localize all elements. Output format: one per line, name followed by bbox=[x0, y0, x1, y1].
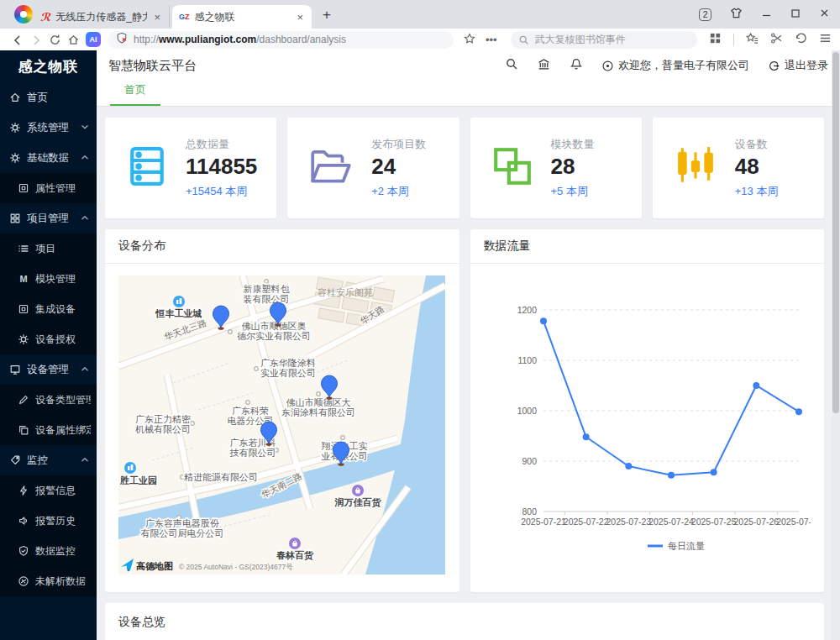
browser-search-box[interactable]: 武大复核图书馆事件 bbox=[511, 31, 697, 49]
tab1-close-icon[interactable]: × bbox=[152, 11, 162, 24]
map-poi-label: 佛山市顺德区大东润涂料有限公司 bbox=[281, 397, 355, 417]
page-scrollbar[interactable] bbox=[832, 50, 840, 640]
back-icon[interactable] bbox=[8, 32, 27, 47]
apps-grid-icon[interactable] bbox=[709, 32, 722, 48]
data-traffic-title: 数据流量 bbox=[470, 229, 825, 264]
svg-text:2025-07-25: 2025-07-25 bbox=[690, 517, 736, 527]
sidebar-item-项目管理[interactable]: 项目管理 bbox=[0, 203, 97, 233]
browser-tab-1[interactable]: ℛ 无线压力传感器_静力水准仪_ × bbox=[34, 5, 170, 29]
folder-icon bbox=[308, 145, 354, 191]
browser-tabstrip: ℛ 无线压力传感器_静力水准仪_ × GZ 感之物联 × + 2 bbox=[0, 0, 840, 29]
favorites-icon[interactable] bbox=[746, 32, 759, 48]
reload-icon[interactable] bbox=[45, 32, 64, 47]
sidebar-item-模块管理[interactable]: M 模块管理 bbox=[0, 264, 97, 294]
logout-icon bbox=[768, 60, 780, 72]
data-point[interactable] bbox=[668, 472, 675, 479]
sidebar-item-设备授权[interactable]: 设备授权 bbox=[0, 324, 97, 354]
map-area-label: 容桂安乐阁苑 bbox=[318, 287, 373, 297]
device-map[interactable]: 容桂安乐阁苑华天北三路华天路华天南二路新康塑料包装有限公司恒丰工业城佛山市顺德区… bbox=[118, 275, 445, 574]
square-icon bbox=[18, 182, 29, 194]
poi-dot bbox=[341, 436, 345, 440]
sidebar-item-报警历史[interactable]: 报警历史 bbox=[0, 506, 97, 536]
modules-icon bbox=[491, 145, 533, 191]
sidebar-item-属性管理[interactable]: 属性管理 bbox=[0, 173, 97, 203]
data-point[interactable] bbox=[625, 463, 632, 470]
data-point[interactable] bbox=[753, 382, 759, 389]
sidebar-item-设备管理[interactable]: 设备管理 bbox=[0, 354, 97, 385]
page-tabbar: 首页 bbox=[97, 81, 840, 107]
sidebar-item-未解析数据[interactable]: 未解析数据 bbox=[0, 566, 97, 596]
stat-label: 设备数 bbox=[735, 137, 779, 152]
sidebar-item-报警信息[interactable]: 报警信息 bbox=[0, 475, 97, 506]
home-icon[interactable] bbox=[64, 32, 82, 47]
more-options-icon[interactable]: ••• bbox=[486, 34, 497, 46]
data-point[interactable] bbox=[540, 317, 547, 324]
browser-tab-2-active[interactable]: GZ 感之物联 × bbox=[172, 5, 312, 29]
logout-button[interactable]: 退出登录 bbox=[768, 58, 828, 73]
map-poi-label: 润万佳百货 bbox=[334, 497, 382, 508]
sidebar-item-系统管理[interactable]: 系统管理 bbox=[0, 113, 97, 143]
data-point[interactable] bbox=[710, 469, 717, 475]
stat-delta: +13 本周 bbox=[735, 184, 779, 199]
stat-delta: +5 本周 bbox=[551, 184, 595, 199]
traffic-line bbox=[543, 321, 799, 475]
sidebar-item-项目[interactable]: 项目 bbox=[0, 233, 97, 264]
traffic-line-chart[interactable]: 8009001000110012002025-07-212025-07-2220… bbox=[484, 275, 811, 568]
sidebar-item-首页[interactable]: 首页 bbox=[0, 82, 97, 113]
chevron-up-icon bbox=[79, 151, 91, 165]
sidebar-item-设备属性绑定[interactable]: 设备属性绑定 bbox=[0, 415, 97, 445]
app-logo[interactable]: 感之物联 bbox=[0, 50, 97, 82]
candlestick-icon bbox=[674, 145, 717, 191]
insecure-shield-icon[interactable] bbox=[116, 32, 128, 47]
tab2-close-icon[interactable]: × bbox=[295, 11, 305, 24]
data-point[interactable] bbox=[582, 433, 589, 440]
browser-logo-icon[interactable] bbox=[14, 5, 33, 24]
device-distribution-title: 设备分布 bbox=[105, 229, 459, 264]
sidebar-item-设备类型管理[interactable]: 设备类型管理 bbox=[0, 385, 97, 415]
map-poi-label: 恒丰工业城 bbox=[155, 308, 202, 318]
forward-icon[interactable] bbox=[27, 32, 45, 47]
header-search-icon[interactable] bbox=[505, 57, 518, 74]
screenshot-scissors-icon[interactable] bbox=[770, 32, 783, 48]
close-window-button[interactable] bbox=[819, 8, 830, 21]
address-bar[interactable]: http://www.puliangiot.com/dashboard/anal… bbox=[108, 31, 454, 49]
stat-label: 总数据量 bbox=[186, 137, 257, 152]
poi-dot bbox=[317, 392, 321, 396]
skin-icon[interactable] bbox=[730, 7, 743, 22]
url-text[interactable]: http://www.puliangiot.com/dashboard/anal… bbox=[134, 34, 346, 45]
pen-icon bbox=[18, 394, 29, 406]
submenu-监控: 报警信息 报警历史 数据监控 未解析数据 bbox=[0, 475, 97, 596]
search-icon bbox=[518, 34, 529, 45]
undo-icon[interactable] bbox=[795, 32, 807, 48]
tab-home-active[interactable]: 首页 bbox=[110, 82, 160, 106]
list-icon bbox=[18, 243, 29, 254]
stat-delta: +2 本周 bbox=[371, 184, 426, 199]
sidebar-item-基础数据[interactable]: 基础数据 bbox=[0, 143, 97, 173]
sidebar-item-集成设备[interactable]: 集成设备 bbox=[0, 294, 97, 324]
bookmark-star-icon[interactable] bbox=[464, 33, 475, 47]
bank-icon[interactable] bbox=[537, 57, 551, 75]
stat-label: 发布项目数 bbox=[371, 137, 426, 152]
welcome-user[interactable]: 欢迎您，普量电子有限公司 bbox=[601, 58, 749, 73]
square-icon bbox=[18, 303, 29, 315]
stat-card-设备数: 设备数 48 +13 本周 bbox=[653, 118, 824, 218]
minimize-button[interactable] bbox=[761, 8, 772, 21]
ai-assistant-icon[interactable]: AI bbox=[86, 32, 101, 47]
scrollbar-thumb[interactable] bbox=[832, 52, 839, 413]
tab1-favicon-icon: ℛ bbox=[40, 11, 50, 24]
menu-hamburger-icon[interactable] bbox=[819, 32, 832, 48]
notification-bell-icon[interactable] bbox=[570, 57, 583, 74]
sidebar-item-数据监控[interactable]: 数据监控 bbox=[0, 536, 97, 566]
maximize-button[interactable] bbox=[790, 8, 801, 21]
copy-icon bbox=[18, 424, 29, 436]
sidebar-item-监控[interactable]: 监控 bbox=[0, 445, 97, 475]
new-tab-button[interactable]: + bbox=[323, 7, 331, 24]
poi-dot bbox=[191, 422, 195, 426]
submenu-项目管理: 项目M 模块管理 集成设备 设备授权 bbox=[0, 233, 97, 354]
shop-icon bbox=[352, 485, 364, 496]
building-icon bbox=[173, 296, 185, 307]
data-point[interactable] bbox=[795, 408, 802, 415]
legend-label[interactable]: 每日流量 bbox=[668, 541, 705, 551]
tab-count-badge[interactable]: 2 bbox=[699, 8, 711, 21]
svg-text:1100: 1100 bbox=[517, 355, 537, 365]
